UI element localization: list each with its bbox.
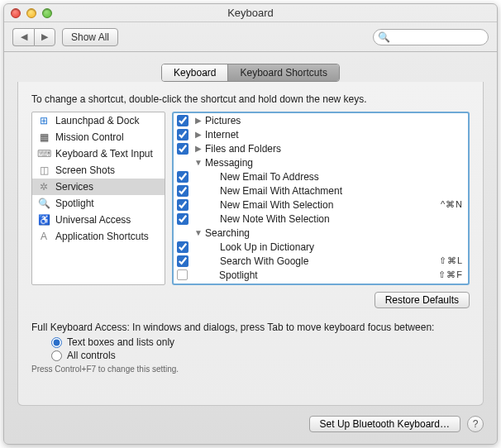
services-icon: ✲ — [37, 180, 50, 193]
forward-button[interactable]: ▶ — [34, 28, 55, 46]
service-item[interactable]: New Email To Address — [174, 169, 468, 183]
service-group[interactable]: ▶Files and Folders — [174, 141, 468, 155]
service-label: Messaging — [205, 157, 463, 169]
category-label: Universal Access — [55, 214, 131, 226]
chevron-right-icon[interactable]: ▶ — [193, 144, 203, 153]
restore-defaults-button[interactable]: Restore Defaults — [375, 292, 470, 308]
category-item[interactable]: ◫Screen Shots — [32, 162, 165, 179]
category-list[interactable]: ⊞Launchpad & Dock▦Mission Control⌨Keyboa… — [31, 112, 165, 285]
keyboard-icon: ⌨ — [37, 147, 50, 160]
services-list[interactable]: ▶Pictures▶Internet▶Files and Folders▼Mes… — [172, 112, 470, 285]
chevron-down-icon[interactable]: ▼ — [193, 158, 203, 167]
service-item[interactable]: New Email With Selection^⌘N — [174, 198, 468, 212]
nav-segment: ◀ ▶ — [12, 28, 55, 46]
titlebar: Keyboard — [4, 4, 497, 22]
shortcut-label[interactable]: ^⌘N — [441, 199, 463, 210]
checkbox[interactable] — [177, 255, 188, 267]
category-label: Mission Control — [55, 131, 124, 143]
screenshot-icon: ◫ — [37, 164, 50, 177]
fka-opt1-label: Text boxes and lists only — [67, 336, 174, 348]
service-group[interactable]: ▶Pictures — [174, 113, 468, 127]
universal-access-icon: ♿ — [37, 213, 50, 226]
checkbox[interactable] — [177, 115, 188, 126]
service-label: Spotlight — [219, 269, 438, 281]
service-label: New Email With Attachment — [220, 185, 463, 197]
category-item[interactable]: ⌨Keyboard & Text Input — [32, 145, 165, 162]
search-wrap: 🔍 — [373, 29, 489, 45]
service-label: Files and Folders — [205, 143, 463, 155]
service-label: Internet — [205, 129, 463, 141]
checkbox[interactable] — [177, 269, 188, 280]
category-label: Services — [55, 181, 93, 193]
service-label: Look Up in Dictionary — [220, 241, 463, 253]
tab-shortcuts[interactable]: Keyboard Shortcuts — [228, 64, 338, 81]
launchpad-icon: ⊞ — [37, 114, 50, 127]
bottom-bar: Set Up Bluetooth Keyboard… ? — [4, 416, 497, 444]
back-button[interactable]: ◀ — [12, 28, 34, 46]
content-panel: To change a shortcut, double-click the s… — [17, 82, 484, 406]
checkbox[interactable] — [177, 143, 188, 155]
category-item[interactable]: 🔍Spotlight — [32, 195, 165, 212]
tab-bar: Keyboard Keyboard Shortcuts — [4, 64, 497, 82]
category-item[interactable]: ✲Services — [32, 179, 165, 195]
search-input[interactable] — [373, 29, 489, 45]
bluetooth-keyboard-button[interactable]: Set Up Bluetooth Keyboard… — [309, 416, 460, 432]
category-label: Keyboard & Text Input — [55, 148, 153, 160]
service-item[interactable]: New Note With Selection — [174, 212, 468, 226]
service-group[interactable]: ▼Messaging — [174, 155, 468, 169]
service-label: New Note With Selection — [220, 213, 463, 225]
service-label: Searching — [205, 227, 463, 239]
window-title: Keyboard — [4, 7, 497, 19]
radio-textboxes[interactable] — [51, 337, 62, 348]
show-all-button[interactable]: Show All — [62, 28, 118, 46]
tab-keyboard[interactable]: Keyboard — [162, 64, 228, 81]
fka-section: Full Keyboard Access: In windows and dia… — [31, 322, 470, 374]
service-item[interactable]: New Email With Attachment — [174, 183, 468, 198]
checkbox[interactable] — [177, 129, 188, 141]
instruction-text: To change a shortcut, double-click the s… — [31, 93, 470, 105]
app-shortcuts-icon: A — [37, 230, 50, 243]
fka-opt2-label: All controls — [67, 350, 116, 361]
category-item[interactable]: ⊞Launchpad & Dock — [32, 112, 165, 129]
prefs-window: Keyboard ◀ ▶ Show All 🔍 Keyboard Keyboar… — [3, 3, 498, 445]
category-label: Launchpad & Dock — [55, 115, 139, 126]
service-label: Pictures — [205, 115, 463, 126]
toolbar: ◀ ▶ Show All 🔍 — [4, 22, 497, 52]
fka-radio-all[interactable]: All controls — [51, 350, 470, 361]
shortcut-label[interactable]: ⇧⌘F — [438, 269, 463, 280]
service-label: New Email With Selection — [220, 199, 441, 211]
chevron-right-icon[interactable]: ▶ — [193, 130, 203, 139]
mission-control-icon: ▦ — [37, 131, 50, 144]
checkbox[interactable] — [177, 241, 188, 253]
category-item[interactable]: ♿Universal Access — [32, 212, 165, 228]
checkbox[interactable] — [177, 213, 188, 225]
chevron-down-icon[interactable]: ▼ — [193, 228, 203, 237]
category-item[interactable]: AApplication Shortcuts — [32, 228, 165, 245]
category-label: Application Shortcuts — [55, 231, 149, 242]
help-button[interactable]: ? — [467, 416, 484, 432]
shortcut-label[interactable]: ⇧⌘L — [439, 255, 463, 266]
service-item[interactable]: Search With Google⇧⌘L — [174, 254, 468, 268]
checkbox[interactable] — [177, 185, 188, 197]
service-label: Search With Google — [220, 255, 439, 267]
fka-label: Full Keyboard Access: In windows and dia… — [31, 322, 470, 333]
spotlight-icon: 🔍 — [37, 197, 50, 210]
checkbox[interactable] — [177, 199, 188, 211]
lists-container: ⊞Launchpad & Dock▦Mission Control⌨Keyboa… — [31, 112, 470, 285]
service-item[interactable]: Look Up in Dictionary — [174, 240, 468, 254]
checkbox[interactable] — [177, 171, 188, 183]
chevron-right-icon[interactable]: ▶ — [193, 116, 203, 125]
fka-hint: Press Control+F7 to change this setting. — [31, 365, 470, 374]
service-label: New Email To Address — [220, 171, 463, 183]
service-group[interactable]: ▼Searching — [174, 226, 468, 240]
service-group[interactable]: ▶Internet — [174, 127, 468, 141]
service-item[interactable]: Spotlight⇧⌘F — [174, 268, 468, 282]
fka-radio-textboxes[interactable]: Text boxes and lists only — [51, 336, 470, 348]
radio-all[interactable] — [51, 350, 62, 361]
category-label: Spotlight — [55, 198, 94, 209]
category-item[interactable]: ▦Mission Control — [32, 129, 165, 145]
category-label: Screen Shots — [55, 164, 115, 176]
